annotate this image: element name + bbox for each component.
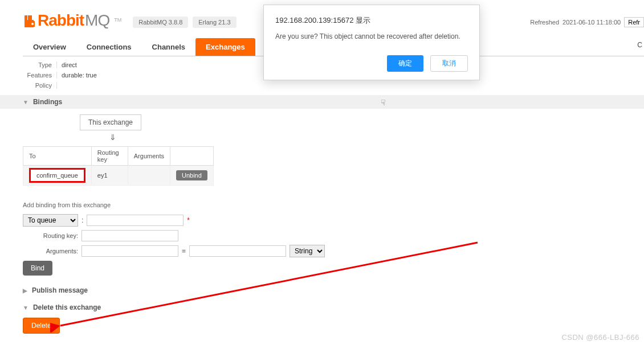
this-exchange-box: This exchange [80, 114, 141, 130]
logo-text-mq: MQ [85, 11, 109, 30]
col-arguments: Arguments [128, 147, 170, 166]
tab-channels[interactable]: Channels [142, 38, 196, 56]
svg-rect-1 [28, 15, 30, 20]
delete-title: Delete this exchange [33, 303, 101, 311]
publish-section-header[interactable]: ▶ Publish message [0, 284, 644, 297]
binding-arguments [128, 166, 170, 186]
arrow-down-icon: ⇓ [80, 130, 145, 144]
corner-letter: C [637, 41, 642, 49]
arguments-label: Arguments: [23, 248, 78, 254]
chevron-down-icon: ▼ [23, 305, 28, 311]
argument-value-input[interactable] [189, 245, 286, 257]
logo-text-rabbit: Rabbit [38, 11, 84, 30]
prop-features-true: true [86, 72, 97, 79]
routing-key-label: Routing key: [23, 232, 78, 239]
tab-overview[interactable]: Overview [23, 38, 76, 56]
prop-features-value: durable: true [57, 72, 97, 79]
prop-type-value: direct [57, 61, 77, 68]
col-routing-key: Routing key [91, 147, 128, 166]
colon: : [81, 216, 83, 224]
to-queue-select[interactable]: To queue [23, 214, 78, 227]
argument-key-input[interactable] [81, 245, 178, 257]
dialog-ok-button[interactable]: 确定 [387, 55, 423, 72]
dialog-cancel-button[interactable]: 取消 [430, 55, 468, 72]
watermark: CSDN @666-LBJ-666 [561, 333, 639, 342]
routing-key-input[interactable] [81, 230, 178, 241]
required-asterisk: * [187, 216, 190, 224]
add-binding-title: Add binding from this exchange [23, 202, 644, 208]
col-action [170, 147, 213, 166]
prop-features-key: durable: [62, 72, 84, 79]
refreshed-time: 2021-06-10 11:18:00 [563, 19, 621, 26]
equals-sign: = [182, 247, 186, 255]
bindings-title: Bindings [33, 98, 62, 106]
confirm-dialog: 192.168.200.139:15672 显示 Are you sure? T… [263, 5, 480, 80]
argument-type-select[interactable]: String [290, 245, 325, 257]
col-to: To [23, 147, 92, 166]
chevron-down-icon: ▼ [23, 99, 28, 105]
delete-section-header[interactable]: ▼ Delete this exchange [0, 301, 644, 314]
tab-exchanges[interactable]: Exchanges [195, 38, 255, 56]
svg-rect-0 [25, 15, 27, 20]
dialog-body: Are you sure? This object cannot be reco… [275, 31, 468, 42]
tab-connections[interactable]: Connections [76, 38, 142, 56]
logo-tm: TM [114, 17, 121, 23]
prop-policy-label: Policy [23, 82, 57, 89]
prop-type-label: Type [23, 61, 57, 68]
cursor-icon: ☟ [381, 98, 386, 107]
svg-point-3 [31, 23, 34, 25]
binding-to-link[interactable]: confirm_queue [29, 168, 85, 183]
to-queue-input[interactable] [87, 215, 184, 226]
table-header-row: To Routing key Arguments [23, 147, 214, 166]
refreshed-label: Refreshed [530, 19, 559, 26]
delete-button[interactable]: Delete [23, 318, 60, 334]
binding-routing-key: ey1 [91, 166, 128, 186]
dialog-title: 192.168.200.139:15672 显示 [275, 15, 468, 26]
version-rabbitmq: RabbitMQ 3.8.8 [133, 17, 188, 28]
version-erlang: Erlang 21.3 [193, 17, 236, 28]
rabbitmq-logo-icon [23, 14, 36, 27]
prop-policy-value [57, 82, 62, 89]
table-row: confirm_queue ey1 Unbind [23, 166, 214, 186]
bindings-section-header[interactable]: ▼ Bindings [0, 95, 644, 109]
refresh-status: Refreshed 2021-06-10 11:18:00 Refr [530, 17, 644, 27]
refresh-button[interactable]: Refr [624, 17, 644, 27]
logo: Rabbit MQ TM [23, 11, 121, 30]
prop-features-label: Features [23, 72, 57, 79]
chevron-right-icon: ▶ [23, 288, 27, 294]
unbind-button[interactable]: Unbind [176, 170, 207, 180]
binding-to-cell[interactable]: confirm_queue [23, 166, 92, 186]
bind-button[interactable]: Bind [23, 261, 52, 276]
publish-title: Publish message [32, 286, 88, 294]
bindings-table: To Routing key Arguments confirm_queue e… [23, 146, 214, 186]
